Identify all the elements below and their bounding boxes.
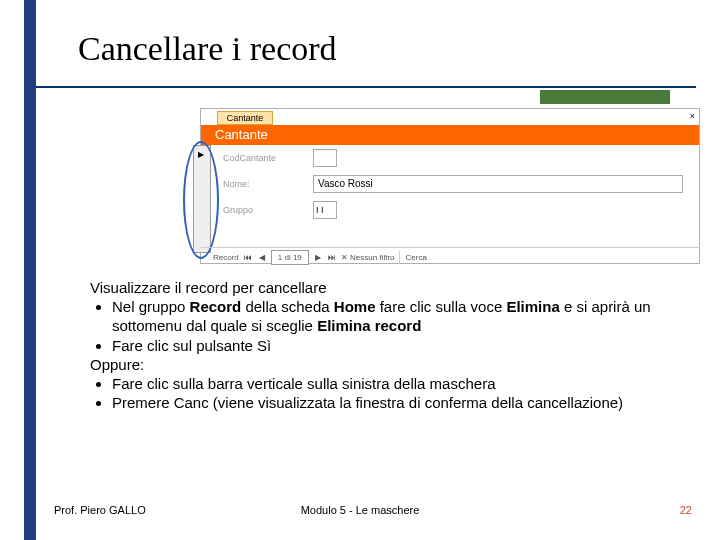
- form-screenshot: Cantante × Cantante ▶ CodCantante Nome: …: [200, 108, 700, 264]
- field-label-nome: Nome:: [223, 179, 250, 189]
- nav-separator: [201, 247, 699, 248]
- b1-bold1: Record: [190, 298, 242, 315]
- bullet-2: Fare clic sul pulsante Sì: [112, 336, 685, 355]
- bullet-4: Premere Canc (viene visualizzata la fine…: [112, 393, 685, 412]
- slide-title: Cancellare i record: [78, 30, 337, 68]
- bullet-1: Nel gruppo Record della scheda Home fare…: [112, 297, 685, 335]
- field-label-gruppo: Gruppo: [223, 205, 253, 215]
- b1-bold4: Elimina record: [317, 317, 421, 334]
- footer-center: Modulo 5 - Le maschere: [0, 504, 720, 516]
- b1-bold3: Elimina: [506, 298, 559, 315]
- form-title-bar: Cantante: [201, 125, 699, 145]
- nav-record-label: Record: [213, 251, 239, 264]
- nav-search-label[interactable]: Cerca: [399, 251, 427, 264]
- left-accent-bar: [24, 0, 36, 540]
- oppure-line: Oppure:: [90, 355, 685, 374]
- accent-box: [540, 90, 670, 104]
- nav-prev-icon[interactable]: ◀: [257, 251, 267, 264]
- field-label-cod: CodCantante: [223, 153, 276, 163]
- b1-bold2: Home: [334, 298, 376, 315]
- b1-mid1: della scheda: [241, 298, 334, 315]
- field-gruppo[interactable]: I I: [313, 201, 337, 219]
- nav-last-icon[interactable]: ⏭: [327, 251, 337, 264]
- b1-pre: Nel gruppo: [112, 298, 190, 315]
- body-text: Visualizzare il record per cancellare Ne…: [90, 278, 685, 412]
- intro-line: Visualizzare il record per cancellare: [90, 278, 685, 297]
- nav-filter[interactable]: ✕ Nessun filtro: [341, 251, 395, 264]
- footer-page-number: 22: [680, 504, 692, 516]
- field-cod[interactable]: [313, 149, 337, 167]
- record-nav: Record ⏮ ◀ 1 di 19 ▶ ⏭ ✕ Nessun filtro C…: [201, 251, 699, 264]
- nav-next-icon[interactable]: ▶: [313, 251, 323, 264]
- b1-mid2: fare clic sulla voce: [376, 298, 507, 315]
- record-selector-bar[interactable]: ▶: [193, 145, 211, 253]
- form-body: CodCantante Nome: Vasco Rossi Gruppo I I: [213, 149, 691, 249]
- close-icon[interactable]: ×: [690, 111, 695, 121]
- nav-position[interactable]: 1 di 19: [271, 250, 309, 265]
- field-nome[interactable]: Vasco Rossi: [313, 175, 683, 193]
- footer: Prof. Piero GALLO Modulo 5 - Le maschere…: [0, 504, 720, 524]
- record-selector-arrow-icon: ▶: [198, 150, 204, 159]
- form-tab[interactable]: Cantante: [217, 111, 273, 125]
- title-divider: [36, 86, 696, 88]
- bullet-3: Fare clic sulla barra verticale sulla si…: [112, 374, 685, 393]
- nav-first-icon[interactable]: ⏮: [243, 251, 253, 264]
